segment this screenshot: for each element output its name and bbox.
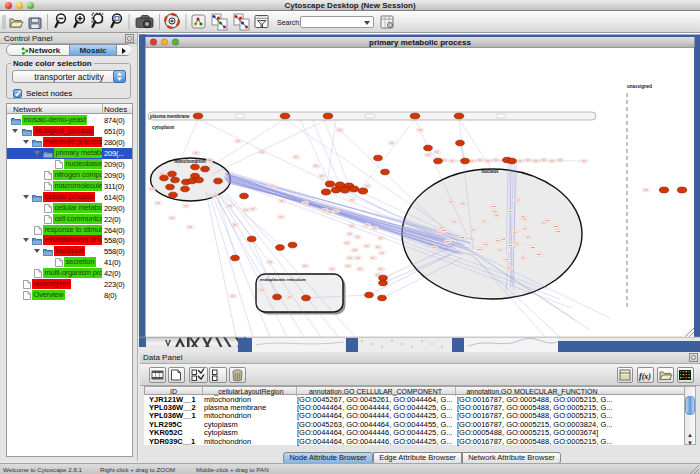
svg-text:primary metabolic process: primary metabolic process [369,38,471,47]
svg-text:unassigned: unassigned [627,84,652,89]
svg-text:f(x): f(x) [639,372,651,381]
svg-text:nucleus: nucleus [481,169,499,174]
svg-text:cytoplasm: cytoplasm [152,125,174,130]
svg-text:mitochondrion: mitochondrion [174,159,206,164]
svg-text:plasma membrane: plasma membrane [150,114,190,119]
svg-text:endoplasmic reticulum: endoplasmic reticulum [260,277,306,282]
